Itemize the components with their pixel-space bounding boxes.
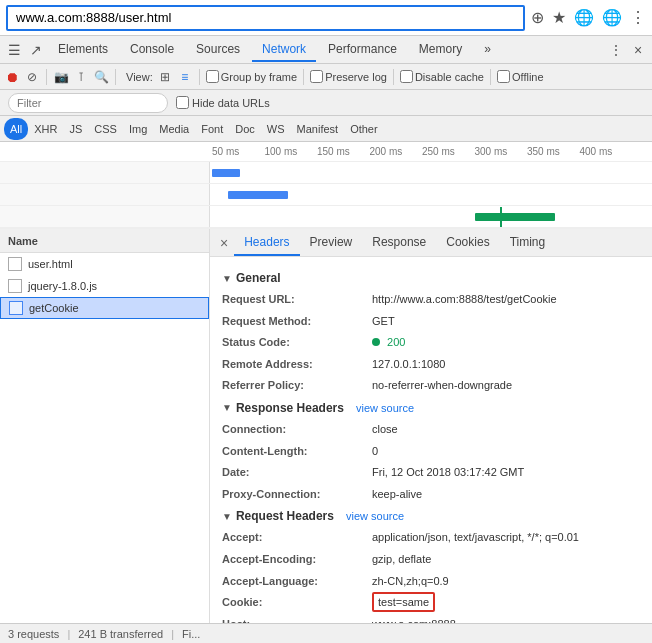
- detail-tab-preview[interactable]: Preview: [300, 229, 363, 256]
- request-accept-key: Accept:: [222, 529, 372, 547]
- disable-cache-checkbox[interactable]: [400, 70, 413, 83]
- type-btn-xhr[interactable]: XHR: [28, 118, 63, 140]
- type-btn-css[interactable]: CSS: [88, 118, 123, 140]
- tab-network[interactable]: Network: [252, 38, 316, 62]
- stop-button[interactable]: ⊘: [24, 69, 40, 85]
- request-triangle: ▼: [222, 511, 232, 522]
- status-finish: Fi...: [182, 628, 200, 640]
- file-icon-html: [8, 257, 22, 271]
- response-connection-key: Connection:: [222, 421, 372, 439]
- preserve-log-label[interactable]: Preserve log: [310, 70, 387, 83]
- waterfall-row-2: [0, 184, 652, 206]
- tl-350ms: 350 ms: [525, 146, 578, 157]
- cookie-highlight: test=same: [372, 592, 435, 612]
- record-button[interactable]: ⏺: [4, 69, 20, 85]
- url-input[interactable]: [6, 5, 525, 31]
- offline-checkbox[interactable]: [497, 70, 510, 83]
- devtools-close-icon[interactable]: ×: [628, 40, 648, 60]
- request-headers-title: ▼ Request Headers view source: [222, 509, 640, 523]
- separator6: [490, 69, 491, 85]
- type-btn-other[interactable]: Other: [344, 118, 384, 140]
- request-view-source-link[interactable]: view source: [346, 510, 404, 522]
- file-item-getcookie[interactable]: getCookie: [0, 297, 209, 319]
- disable-cache-label[interactable]: Disable cache: [400, 70, 484, 83]
- detail-tab-response[interactable]: Response: [362, 229, 436, 256]
- devtools-settings-icon[interactable]: ⋮: [606, 40, 626, 60]
- detail-tab-headers[interactable]: Headers: [234, 229, 299, 256]
- type-btn-img[interactable]: Img: [123, 118, 153, 140]
- inspect-icon[interactable]: ↗: [26, 40, 46, 60]
- filter-input[interactable]: [8, 93, 168, 113]
- general-referrer-policy-row: Referrer Policy: no-referrer-when-downgr…: [222, 377, 640, 395]
- file-icon-jquery: [8, 279, 22, 293]
- file-item-jquery[interactable]: jquery-1.8.0.js: [0, 275, 209, 297]
- extensions-icon[interactable]: 🌐: [602, 8, 622, 27]
- file-name-getcookie: getCookie: [29, 302, 79, 314]
- hide-data-urls-label[interactable]: Hide data URLs: [176, 96, 270, 109]
- status-code-key: Status Code:: [222, 334, 372, 352]
- status-bar: 3 requests | 241 B transferred | Fi...: [0, 623, 652, 643]
- main-content: Name user.html jquery-1.8.0.js getCookie…: [0, 229, 652, 643]
- group-by-frame-checkbox[interactable]: [206, 70, 219, 83]
- hide-data-urls-checkbox[interactable]: [176, 96, 189, 109]
- list-view-icon[interactable]: ≡: [177, 69, 193, 85]
- offline-label[interactable]: Offline: [497, 70, 544, 83]
- detail-tab-cookies[interactable]: Cookies: [436, 229, 499, 256]
- general-request-method-row: Request Method: GET: [222, 313, 640, 331]
- response-connection-val: close: [372, 421, 398, 439]
- menu-icon[interactable]: ⋮: [630, 8, 646, 27]
- globe-icon[interactable]: 🌐: [574, 8, 594, 27]
- type-btn-js[interactable]: JS: [63, 118, 88, 140]
- grid-view-icon[interactable]: ⊞: [157, 69, 173, 85]
- separator1: [46, 69, 47, 85]
- type-filter: All XHR JS CSS Img Media Font Doc WS Man…: [0, 116, 652, 142]
- file-list-header: Name: [0, 229, 209, 253]
- response-headers-title: ▼ Response Headers view source: [222, 401, 640, 415]
- request-accept-row: Accept: application/json, text/javascrip…: [222, 529, 640, 547]
- tl-250ms: 250 ms: [420, 146, 473, 157]
- request-accept-language-key: Accept-Language:: [222, 573, 372, 591]
- response-proxy-val: keep-alive: [372, 486, 422, 504]
- close-detail-button[interactable]: ×: [214, 229, 234, 256]
- request-accept-val: application/json, text/javascript, */*; …: [372, 529, 579, 547]
- status-code-val: 200: [372, 334, 405, 352]
- tab-elements[interactable]: Elements: [48, 38, 118, 62]
- tab-console[interactable]: Console: [120, 38, 184, 62]
- type-btn-all[interactable]: All: [4, 118, 28, 140]
- tab-more[interactable]: »: [474, 38, 501, 62]
- toggle-device-icon[interactable]: ☰: [4, 40, 24, 60]
- filter-icon[interactable]: ⊺: [73, 69, 89, 85]
- camera-icon[interactable]: 📷: [53, 69, 69, 85]
- type-btn-font[interactable]: Font: [195, 118, 229, 140]
- network-toolbar: ⏺ ⊘ 📷 ⊺ 🔍 View: ⊞ ≡ Group by frame Prese…: [0, 64, 652, 90]
- bookmark-icon[interactable]: ★: [552, 8, 566, 27]
- waterfall-row-1: [0, 162, 652, 184]
- request-url-val: http://www.a.com:8888/test/getCookie: [372, 291, 557, 309]
- waterfall-line: [500, 207, 502, 227]
- tab-performance[interactable]: Performance: [318, 38, 407, 62]
- request-cookie-row: Cookie: test=same: [222, 594, 640, 612]
- tl-200ms: 200 ms: [368, 146, 421, 157]
- response-content-length-row: Content-Length: 0: [222, 443, 640, 461]
- response-proxy-connection-row: Proxy-Connection: keep-alive: [222, 486, 640, 504]
- tab-memory[interactable]: Memory: [409, 38, 472, 62]
- type-btn-doc[interactable]: Doc: [229, 118, 261, 140]
- type-btn-ws[interactable]: WS: [261, 118, 291, 140]
- details-tabs: × Headers Preview Response Cookies Timin…: [210, 229, 652, 257]
- tl-150ms: 150 ms: [315, 146, 368, 157]
- detail-tab-timing[interactable]: Timing: [500, 229, 556, 256]
- file-item-user-html[interactable]: user.html: [0, 253, 209, 275]
- request-accept-encoding-row: Accept-Encoding: gzip, deflate: [222, 551, 640, 569]
- response-date-key: Date:: [222, 464, 372, 482]
- type-btn-manifest[interactable]: Manifest: [291, 118, 345, 140]
- type-btn-media[interactable]: Media: [153, 118, 195, 140]
- search-icon[interactable]: 🔍: [93, 69, 109, 85]
- translate-icon[interactable]: ⊕: [531, 8, 544, 27]
- preserve-log-checkbox[interactable]: [310, 70, 323, 83]
- browser-icons: ⊕ ★ 🌐 🌐 ⋮: [531, 8, 646, 27]
- response-view-source-link[interactable]: view source: [356, 402, 414, 414]
- request-cookie-val: test=same: [372, 594, 435, 612]
- tab-sources[interactable]: Sources: [186, 38, 250, 62]
- group-by-frame-label[interactable]: Group by frame: [206, 70, 297, 83]
- status-requests: 3 requests: [8, 628, 59, 640]
